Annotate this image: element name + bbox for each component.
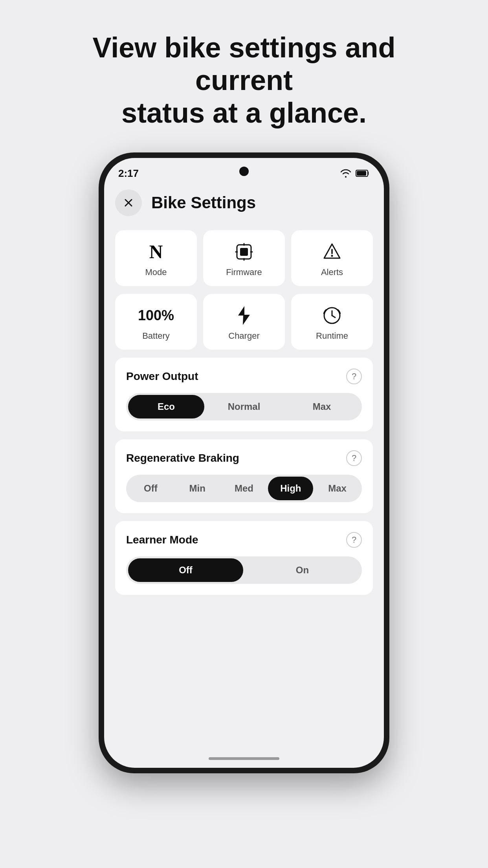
alerts-label: Alerts xyxy=(321,267,343,277)
power-output-panel: Power Output ? Eco Normal Max xyxy=(115,358,373,431)
mode-icon: N xyxy=(149,241,163,262)
learner-mode-panel: Learner Mode ? Off On xyxy=(115,521,373,595)
card-grid-row1: N Mode Firmware xyxy=(115,230,373,286)
screen-title: Bike Settings xyxy=(151,193,256,212)
learner-off-btn[interactable]: Off xyxy=(128,558,243,582)
charger-icon xyxy=(237,305,251,326)
power-output-help[interactable]: ? xyxy=(346,369,362,384)
mode-card[interactable]: N Mode xyxy=(115,230,197,286)
alerts-card[interactable]: Alerts xyxy=(291,230,373,286)
close-icon xyxy=(123,197,134,208)
svg-point-11 xyxy=(331,255,333,257)
home-indicator xyxy=(104,752,384,768)
battery-card[interactable]: 100% Battery xyxy=(115,294,197,350)
battery-icon xyxy=(356,169,370,178)
learner-mode-title: Learner Mode xyxy=(126,534,198,546)
power-output-header: Power Output ? xyxy=(126,369,362,384)
regen-min-btn[interactable]: Min xyxy=(175,477,220,500)
charger-card[interactable]: Charger xyxy=(203,294,285,350)
battery-label: Battery xyxy=(142,331,170,341)
regen-off-btn[interactable]: Off xyxy=(128,477,173,500)
app-header: Bike Settings xyxy=(115,189,373,216)
runtime-card[interactable]: Runtime xyxy=(291,294,373,350)
svg-rect-5 xyxy=(240,248,248,256)
alerts-icon xyxy=(323,241,341,262)
regen-high-btn[interactable]: High xyxy=(268,477,313,500)
power-output-title: Power Output xyxy=(126,370,198,383)
screen-content[interactable]: Bike Settings N Mode xyxy=(104,182,384,752)
svg-line-15 xyxy=(332,316,335,317)
status-icons xyxy=(340,169,370,178)
svg-rect-1 xyxy=(357,171,366,176)
firmware-card[interactable]: Firmware xyxy=(203,230,285,286)
regen-braking-toggle: Off Min Med High Max xyxy=(126,475,362,502)
regen-med-btn[interactable]: Med xyxy=(222,477,267,500)
firmware-label: Firmware xyxy=(226,267,262,277)
phone-screen: 2:17 xyxy=(104,158,384,768)
regen-braking-help[interactable]: ? xyxy=(346,450,362,466)
regen-braking-panel: Regenerative Braking ? Off Min Med High … xyxy=(115,439,373,513)
svg-marker-12 xyxy=(238,306,250,325)
power-output-toggle: Eco Normal Max xyxy=(126,393,362,420)
firmware-icon xyxy=(235,241,253,262)
learner-mode-header: Learner Mode ? xyxy=(126,532,362,548)
learner-mode-help[interactable]: ? xyxy=(346,532,362,548)
mode-label: Mode xyxy=(145,267,167,277)
close-button[interactable] xyxy=(115,189,142,216)
power-eco-btn[interactable]: Eco xyxy=(128,395,204,418)
power-max-btn[interactable]: Max xyxy=(284,395,360,418)
phone-mockup: 2:17 xyxy=(99,152,389,773)
regen-max-btn[interactable]: Max xyxy=(315,477,360,500)
status-time: 2:17 xyxy=(118,167,139,180)
runtime-label: Runtime xyxy=(316,331,348,341)
page-title: View bike settings and current status at… xyxy=(67,31,421,129)
learner-on-btn[interactable]: On xyxy=(245,558,360,582)
regen-braking-title: Regenerative Braking xyxy=(126,452,239,464)
status-bar: 2:17 xyxy=(104,158,384,182)
charger-label: Charger xyxy=(228,331,259,341)
battery-value: 100% xyxy=(138,305,174,326)
home-bar xyxy=(209,757,279,760)
card-grid-row2: 100% Battery Charger xyxy=(115,294,373,350)
learner-mode-toggle: Off On xyxy=(126,556,362,584)
power-normal-btn[interactable]: Normal xyxy=(206,395,282,418)
wifi-icon xyxy=(340,169,352,178)
regen-braking-header: Regenerative Braking ? xyxy=(126,450,362,466)
camera-notch xyxy=(239,167,249,176)
runtime-icon xyxy=(322,305,342,326)
